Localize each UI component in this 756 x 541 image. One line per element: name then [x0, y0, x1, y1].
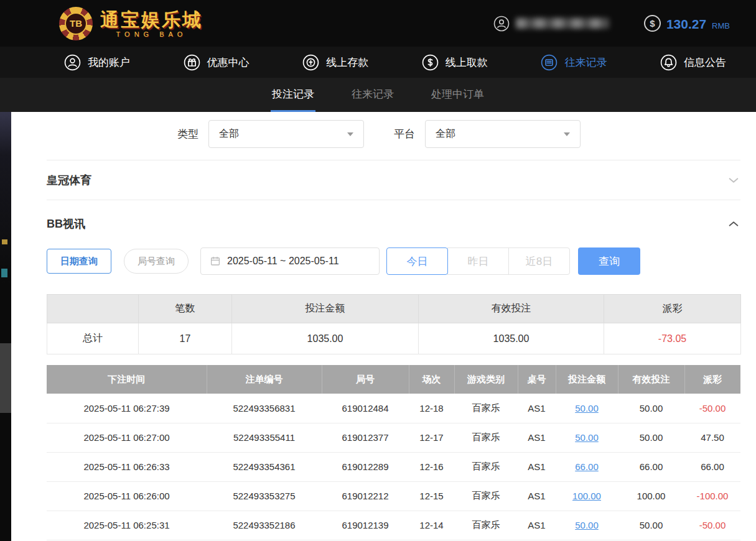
cell-session: 12-14 [409, 511, 454, 540]
table-row: 2025-05-11 06:26:33 522493354361 6190122… [47, 452, 740, 481]
summary-header-empty [47, 295, 139, 323]
bet-records-table: 下注时间 注单编号 局号 场次 游戏类别 桌号 投注金额 有效投注 派彩 202… [47, 365, 740, 540]
cell-session: 12-18 [409, 394, 454, 423]
nav-label: 优惠中心 [207, 55, 250, 70]
cell-round: 619012139 [322, 511, 409, 540]
table-header-row: 下注时间 注单编号 局号 场次 游戏类别 桌号 投注金额 有效投注 派彩 [47, 365, 740, 394]
dollar-icon: $ [644, 15, 661, 32]
section-bb-video[interactable]: BB视讯 [47, 200, 740, 247]
date-preset-group: 今日 昨日 近8日 [386, 247, 570, 275]
nav-item-withdraw[interactable]: 线上取款 [422, 54, 488, 71]
cell-table-no: AS1 [518, 423, 556, 452]
search-button[interactable]: 查询 [578, 247, 640, 275]
nav-item-deposit[interactable]: 线上存款 [302, 54, 368, 71]
cell-game: 百家乐 [454, 423, 518, 452]
summary-header-row: 笔数 投注金额 有效投注 派彩 [47, 295, 741, 323]
cell-time: 2025-05-11 06:26:33 [47, 452, 207, 481]
col-bet-id: 注单编号 [207, 365, 322, 394]
cell-table-no: AS1 [518, 452, 556, 481]
user-info[interactable] [493, 16, 609, 32]
table-row: 2025-05-11 06:27:39 522493356831 6190124… [47, 394, 740, 423]
query-controls: 日期查询 局号查询 2025-05-11 ~ 2025-05-11 今日 昨日 … [47, 247, 740, 275]
cell-bet: 50.00 [556, 423, 618, 452]
nav-item-records[interactable]: 往来记录 [541, 54, 607, 71]
cell-payout: 47.50 [684, 423, 740, 452]
records-icon [541, 54, 558, 71]
logo-subtitle: TONG BAO [100, 30, 203, 38]
yesterday-button[interactable]: 昨日 [447, 247, 509, 275]
date-query-button[interactable]: 日期查询 [47, 249, 111, 274]
chevron-up-icon [727, 217, 740, 231]
cell-valid: 66.00 [618, 452, 684, 481]
summary-table: 笔数 投注金额 有效投注 派彩 总计 17 1035.00 1035.00 -7… [47, 294, 741, 354]
gift-icon [184, 54, 200, 71]
table-row: 2025-05-11 06:25:31 522493352186 6190121… [47, 511, 740, 540]
balance[interactable]: $ 130.27 RMB [644, 15, 730, 32]
cell-table-no: AS1 [518, 481, 556, 511]
table-row: 2025-05-11 06:26:00 522493353275 6190122… [47, 481, 740, 511]
summary-header-valid-bet: 有效投注 [419, 295, 604, 323]
logo-text: 通宝娱乐城 TONG BAO [100, 9, 203, 38]
bet-amount-link[interactable]: 50.00 [575, 432, 599, 443]
bet-amount-link[interactable]: 66.00 [575, 461, 599, 472]
cell-time: 2025-05-11 06:27:00 [47, 423, 207, 452]
cell-round: 619012289 [322, 452, 409, 481]
bet-amount-link[interactable]: 50.00 [575, 403, 599, 414]
announcement-bell-icon [660, 54, 677, 71]
nav-label: 线上存款 [326, 55, 368, 70]
cell-game: 百家乐 [454, 511, 518, 540]
col-game-type: 游戏类别 [454, 365, 518, 394]
cell-bet-id: 522493354361 [207, 452, 322, 481]
type-filter-value: 全部 [219, 127, 239, 141]
today-button[interactable]: 今日 [386, 247, 448, 275]
summary-total-row: 总计 17 1035.00 1035.00 -73.05 [47, 323, 741, 354]
bet-amount-link[interactable]: 50.00 [575, 520, 599, 530]
subtab-processing-orders[interactable]: 处理中订单 [430, 78, 485, 112]
summary-valid-bet: 1035.00 [419, 323, 604, 354]
topbar-right: $ 130.27 RMB [493, 15, 730, 32]
balance-currency: RMB [712, 21, 730, 32]
platform-filter-label: 平台 [394, 127, 415, 141]
platform-filter-select[interactable]: 全部 [425, 120, 581, 148]
nav-item-announcements[interactable]: 信息公告 [660, 54, 726, 71]
summary-payout: -73.05 [604, 323, 741, 354]
date-range-input[interactable]: 2025-05-11 ~ 2025-05-11 [200, 247, 380, 275]
cell-session: 12-16 [409, 452, 454, 481]
filter-row: 类型 全部 平台 全部 [47, 112, 740, 148]
last-8-days-button[interactable]: 近8日 [508, 247, 570, 275]
nav-item-account[interactable]: 我的账户 [64, 54, 130, 71]
cell-payout: -100.00 [684, 481, 740, 511]
type-filter-label: 类型 [177, 127, 198, 141]
cell-valid: 50.00 [618, 511, 684, 540]
cell-session: 12-15 [409, 481, 454, 511]
bet-amount-link[interactable]: 100.00 [572, 491, 601, 501]
cell-bet: 50.00 [556, 394, 618, 423]
nav-label: 往来记录 [564, 55, 607, 70]
site-logo[interactable]: TB 通宝娱乐城 TONG BAO [59, 7, 203, 40]
subtab-transactions[interactable]: 往来记录 [350, 78, 395, 112]
section-crown-sports[interactable]: 皇冠体育 [47, 160, 740, 200]
logo-chip-text: TB [65, 12, 87, 35]
summary-header-bet-amount: 投注金额 [232, 295, 419, 323]
col-session: 场次 [409, 365, 454, 394]
cell-game: 百家乐 [454, 394, 518, 423]
round-query-button[interactable]: 局号查询 [124, 249, 189, 274]
type-filter-select[interactable]: 全部 [208, 120, 364, 148]
col-round: 局号 [322, 365, 409, 394]
background-image-strip [0, 112, 11, 541]
cell-table-no: AS1 [518, 511, 556, 540]
col-valid-bet: 有效投注 [618, 365, 684, 394]
cell-time: 2025-05-11 06:27:39 [47, 394, 207, 423]
col-bet-time: 下注时间 [47, 365, 207, 394]
summary-header-payout: 派彩 [604, 295, 741, 323]
subtab-bet-records[interactable]: 投注记录 [271, 78, 315, 112]
cell-time: 2025-05-11 06:25:31 [47, 511, 207, 540]
chevron-down-icon [564, 132, 570, 136]
calendar-icon [210, 256, 221, 267]
chevron-down-icon [727, 173, 740, 187]
logo-chip-icon: TB [59, 7, 93, 40]
nav-item-promotions[interactable]: 优惠中心 [184, 54, 250, 71]
cell-payout: -50.00 [684, 394, 740, 423]
user-avatar-icon [493, 16, 510, 32]
col-table-no: 桌号 [518, 365, 556, 394]
